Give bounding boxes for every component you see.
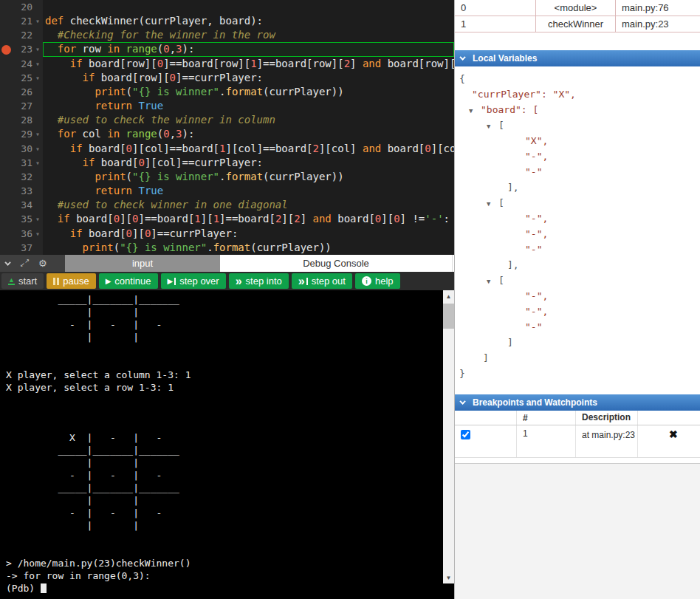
fold-arrow-icon[interactable]: ▾ — [32, 212, 43, 226]
gutter-line-37[interactable]: 37 — [0, 241, 43, 255]
tab-debug-console[interactable]: Debug Console — [220, 255, 453, 272]
console-line — [6, 544, 454, 557]
help-button[interactable]: i help — [355, 273, 400, 289]
breakpoint-slot[interactable] — [1, 243, 11, 253]
gutter-line-34[interactable]: 34 — [0, 198, 43, 212]
settings-gear-icon[interactable]: ⚙ — [38, 259, 47, 268]
gutter-line-35[interactable]: 35▾ — [0, 212, 43, 226]
breakpoints-header[interactable]: Breakpoints and Watchpoints — [455, 394, 700, 411]
editor-line-26: 26 print("{} is winner".format(currPlaye… — [0, 85, 454, 99]
gutter-line-26[interactable]: 26 — [0, 85, 43, 99]
step-over-button[interactable]: ▶ step over — [161, 273, 226, 289]
console-line: | | — [6, 494, 454, 507]
step-out-button[interactable]: » step out — [292, 273, 352, 289]
gutter-line-28[interactable]: 28 — [0, 113, 43, 127]
tree-expand-arrow-icon[interactable]: ▼ — [487, 274, 498, 290]
editor-line-30: 30▾ if board[0][col]==board[1][col]==boa… — [0, 142, 454, 156]
breakpoint-slot[interactable] — [1, 172, 11, 182]
local-variable-line: ] — [459, 335, 700, 350]
scrollbar-thumb[interactable] — [443, 304, 454, 329]
fold-arrow-icon[interactable]: ▾ — [32, 57, 43, 71]
gutter-line-25[interactable]: 25▾ — [0, 71, 43, 85]
step-into-button[interactable]: » step into — [229, 273, 289, 289]
fold-arrow-icon[interactable]: ▾ — [32, 156, 43, 170]
breakpoint-slot[interactable] — [1, 229, 11, 239]
breakpoint-dot[interactable] — [1, 45, 11, 55]
gutter-line-29[interactable]: 29▾ — [0, 127, 43, 141]
code-editor[interactable]: 2021▾def checkWinner(currPlayer, board):… — [0, 0, 454, 255]
breakpoint-slot[interactable] — [1, 73, 11, 83]
breakpoint-slot[interactable] — [1, 158, 11, 168]
start-button[interactable]: ▲ start — [1, 273, 44, 289]
code-line: print("{} is winner".format(currPlayer)) — [43, 85, 454, 99]
collapse-panel-icon[interactable] — [4, 259, 10, 265]
fold-arrow-icon[interactable]: ▾ — [32, 127, 43, 141]
step-over-label: step over — [179, 275, 219, 287]
debug-console-output[interactable]: _____|_______|_______ | | - | - | - | |X… — [0, 290, 454, 599]
tab-input[interactable]: input — [65, 255, 220, 272]
breakpoint-slot[interactable] — [1, 2, 11, 12]
tree-expand-arrow-icon[interactable]: ▼ — [487, 196, 498, 212]
gutter-line-32[interactable]: 32 — [0, 170, 43, 184]
current-execution-line: for row in range(0,3): — [43, 42, 454, 56]
gutter-line-27[interactable]: 27 — [0, 99, 43, 113]
callstack-frame-function: checkWinner — [536, 16, 616, 32]
breakpoints-header-number: # — [517, 411, 576, 425]
breakpoint-enabled-checkbox[interactable] — [461, 430, 470, 439]
breakpoint-slot[interactable] — [1, 59, 11, 69]
breakpoint-slot[interactable] — [1, 186, 11, 196]
gutter-line-20[interactable]: 20 — [0, 0, 43, 14]
editor-line-25: 25▾ if board[row][0]==currPlayer: — [0, 71, 454, 85]
console-line: - | - | - — [6, 507, 454, 519]
console-scrollbar[interactable]: ▲ ▼ — [443, 290, 454, 583]
console-toolbar-icons: ↗↙ ⚙ — [0, 255, 65, 272]
breakpoint-slot[interactable] — [1, 200, 11, 210]
breakpoint-slot[interactable] — [1, 144, 11, 154]
fold-arrow-icon[interactable]: ▾ — [32, 227, 43, 241]
breakpoint-slot[interactable] — [1, 16, 11, 26]
local-variable-line: } — [459, 366, 700, 381]
pause-button[interactable]: pause — [47, 273, 95, 289]
breakpoint-slot[interactable] — [1, 101, 11, 111]
line-number: 26 — [11, 85, 32, 99]
scroll-up-icon[interactable]: ▲ — [443, 290, 454, 302]
code-line: if board[0][col]==currPlayer: — [43, 156, 454, 170]
continue-button[interactable]: ▶ continue — [99, 273, 158, 289]
breakpoint-slot[interactable] — [1, 115, 11, 125]
line-number: 23 — [11, 42, 32, 56]
gutter-line-24[interactable]: 24▾ — [0, 57, 43, 71]
fold-arrow-icon[interactable]: ▾ — [32, 42, 43, 56]
code-line: #used to check winner in one diagonal — [43, 198, 454, 212]
line-number: 21 — [11, 14, 32, 28]
delete-breakpoint-icon[interactable]: ✖ — [669, 428, 678, 440]
gutter-line-23[interactable]: 23▾ — [0, 42, 43, 56]
local-variable-line: "-", — [459, 148, 700, 164]
gutter-line-33[interactable]: 33 — [0, 184, 43, 198]
tree-expand-arrow-icon[interactable]: ▼ — [469, 103, 481, 119]
fold-arrow-icon[interactable]: ▾ — [32, 142, 43, 156]
gutter-line-31[interactable]: 31▾ — [0, 156, 43, 170]
breakpoint-slot[interactable] — [1, 214, 11, 224]
step-out-icon: » — [298, 277, 305, 286]
resize-panel-icon[interactable]: ↗↙ — [20, 259, 30, 268]
gutter-line-30[interactable]: 30▾ — [0, 142, 43, 156]
console-line: | | — [6, 519, 454, 532]
fold-arrow-icon[interactable]: ▾ — [32, 14, 43, 28]
gutter-line-22[interactable]: 22 — [0, 28, 43, 42]
gutter-line-36[interactable]: 36▾ — [0, 227, 43, 241]
callstack-frame-row[interactable]: 0<module>main.py:76 — [455, 0, 700, 16]
gutter-line-21[interactable]: 21▾ — [0, 14, 43, 28]
fold-arrow-icon[interactable]: ▾ — [32, 71, 43, 85]
scroll-down-icon[interactable]: ▼ — [443, 572, 454, 583]
line-number: 31 — [11, 156, 32, 170]
local-variables-header[interactable]: Local Variables — [455, 50, 700, 66]
callstack-frame-row[interactable]: 1checkWinnermain.py:23 — [455, 16, 700, 32]
tree-expand-arrow-icon[interactable]: ▼ — [487, 119, 498, 134]
breakpoint-slot[interactable] — [1, 87, 11, 97]
editor-line-21: 21▾def checkWinner(currPlayer, board): — [0, 14, 454, 28]
code-line: print("{} is winner".format(currPlayer)) — [43, 241, 454, 255]
breakpoint-row: 1 at main.py:23 ✖ — [455, 425, 700, 458]
breakpoint-slot[interactable] — [1, 129, 11, 139]
breakpoint-slot[interactable] — [1, 30, 11, 40]
step-into-label: step into — [246, 275, 282, 287]
